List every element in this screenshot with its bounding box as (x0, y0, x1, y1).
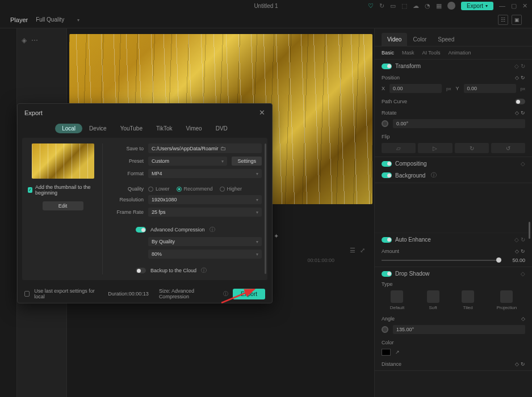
distance-label: Distance (382, 361, 401, 367)
tab-speed[interactable]: Speed (432, 33, 460, 46)
bell-icon[interactable]: ◔ (425, 2, 430, 10)
dropshadow-toggle[interactable] (382, 271, 392, 277)
settings-button[interactable]: Settings (232, 157, 262, 166)
comp-reset-icon[interactable]: ◇ (521, 161, 525, 167)
shadow-type-tiled[interactable]: Tiled (462, 290, 474, 310)
display-icon[interactable]: ▭ (390, 2, 396, 10)
flip-cw-button[interactable]: ↻ (455, 143, 489, 153)
tab-vimeo[interactable]: Vimeo (179, 124, 209, 133)
quality-higher-radio[interactable]: Higher (220, 186, 242, 192)
size-info-icon[interactable]: ⓘ (223, 290, 228, 298)
tab-local[interactable]: Local (55, 124, 82, 133)
flip-ccw-button[interactable]: ↺ (491, 143, 525, 153)
thumbnail-preview (32, 143, 94, 179)
minimize-icon[interactable]: — (499, 2, 505, 9)
resolution-label: Resolution (108, 197, 144, 202)
amount-reset-icon[interactable]: ◇ ↻ (515, 248, 525, 254)
save-icon[interactable]: ⬚ (401, 2, 407, 10)
position-y-input[interactable]: 0.00 (464, 84, 516, 93)
quality-lower-radio[interactable]: Lower (148, 186, 170, 192)
rotate-input[interactable]: 0.00° (393, 119, 525, 128)
size-text: Size: Advanced Compression (159, 288, 219, 299)
format-select[interactable]: MP4▾ (148, 169, 262, 178)
rotate-knob[interactable] (382, 120, 388, 127)
tab-youtube[interactable]: YouTube (114, 124, 149, 133)
tab-dvd[interactable]: DVD (209, 124, 234, 133)
settings-icon[interactable]: ✦ (274, 233, 279, 240)
angle-knob[interactable] (382, 326, 388, 333)
eyedropper-icon[interactable]: ↗ (395, 349, 400, 355)
expand-icon[interactable]: ⤢ (360, 247, 365, 254)
tag-icon[interactable]: ◈ (22, 36, 27, 44)
edit-button[interactable]: Edit (43, 201, 83, 210)
subtab-ai[interactable]: AI Tools (422, 50, 441, 56)
autoenhance-toggle[interactable] (382, 237, 392, 243)
quality-select[interactable]: Full Quality ▾ (36, 16, 79, 23)
qr-icon[interactable]: ▦ (436, 2, 442, 10)
info-icon[interactable]: ⓘ (201, 267, 207, 274)
resolution-select[interactable]: 1920x1080▾ (148, 195, 262, 204)
quality-recommend-radio[interactable]: Recommend (177, 186, 213, 192)
dropshadow-label: Drop Shadow (395, 271, 430, 277)
ds-reset-icon[interactable]: ◇ (521, 271, 525, 277)
cloud-icon[interactable]: ☁ (413, 2, 419, 10)
scrollbar-thumb[interactable] (529, 222, 530, 239)
info-icon[interactable]: ⓘ (431, 171, 437, 179)
history-icon[interactable]: ↻ (379, 2, 384, 10)
shadow-type-projection[interactable]: Projection (497, 290, 517, 310)
dist-reset-icon[interactable]: ◇ ↻ (515, 361, 525, 367)
transform-toggle[interactable] (382, 64, 392, 69)
flip-h-button[interactable]: ▱ (382, 143, 416, 153)
picture-icon[interactable]: ▣ (512, 15, 522, 25)
gift-icon[interactable]: ♡ (368, 2, 374, 10)
reset-icon[interactable]: ◇ ↻ (514, 63, 525, 69)
close-window-icon[interactable]: ✕ (522, 2, 527, 10)
background-label: Background (395, 172, 425, 179)
shadow-type-soft[interactable]: Soft (427, 290, 439, 310)
tab-tiktok[interactable]: TikTok (149, 124, 179, 133)
amount-slider[interactable] (382, 260, 501, 261)
list-icon[interactable]: ☰ (350, 247, 355, 254)
preset-select[interactable]: Custom▾ (148, 157, 227, 166)
use-last-label: Use last export settings for local (34, 288, 99, 299)
background-toggle[interactable] (382, 172, 392, 178)
grid-icon[interactable]: ☷ (498, 15, 508, 25)
tab-color[interactable]: Color (407, 33, 432, 46)
add-thumbnail-checkbox[interactable]: ✓Add the thumbnail to the beginning (28, 184, 98, 196)
folder-icon[interactable]: 🗀 (219, 145, 228, 151)
restore-icon[interactable]: ▢ (511, 2, 517, 10)
shadow-type-default[interactable]: Default (390, 290, 404, 310)
framerate-select[interactable]: 25 fps▾ (148, 208, 262, 217)
keyframe-icon[interactable]: ◇ ↻ (515, 75, 525, 81)
pathcurve-toggle[interactable] (515, 99, 525, 104)
subtab-basic[interactable]: Basic (382, 50, 394, 56)
avatar[interactable] (447, 2, 455, 10)
compression-mode-select[interactable]: By Quality▾ (148, 237, 262, 246)
export-button[interactable]: Export (233, 289, 265, 299)
export-top-button[interactable]: Export▾ (461, 2, 493, 10)
angle-reset-icon[interactable]: ◇ (521, 316, 525, 322)
backup-cloud-toggle[interactable] (136, 268, 146, 273)
ae-reset-icon[interactable]: ◇ ↻ (514, 236, 525, 243)
use-last-checkbox[interactable] (24, 291, 30, 297)
color-swatch[interactable] (382, 349, 391, 356)
rotate-reset-icon[interactable]: ◇ ↻ (515, 110, 525, 116)
flip-v-button[interactable]: ▷ (418, 143, 452, 153)
angle-input[interactable]: 135.00° (393, 325, 525, 334)
close-icon[interactable]: ✕ (259, 108, 265, 117)
y-label: Y (456, 86, 459, 91)
subtab-mask[interactable]: Mask (402, 50, 414, 56)
position-x-input[interactable]: 0.00 (389, 84, 442, 93)
compositing-toggle[interactable] (382, 161, 392, 167)
framerate-label: Frame Rate (108, 209, 144, 215)
more-icon[interactable]: ⋯ (31, 36, 38, 44)
duration-text: Duration:00:00:13 (108, 291, 149, 297)
color-label: Color (382, 340, 394, 345)
tab-device[interactable]: Device (82, 124, 114, 133)
adv-compression-toggle[interactable] (136, 227, 146, 233)
subtab-animation[interactable]: Animation (448, 50, 471, 56)
save-path-input[interactable]: C:/Users/ws/AppData/Roamir🗀 (148, 143, 262, 153)
tab-video[interactable]: Video (382, 33, 407, 46)
compression-pct-select[interactable]: 80%▾ (148, 250, 262, 259)
info-icon[interactable]: ⓘ (210, 226, 215, 234)
